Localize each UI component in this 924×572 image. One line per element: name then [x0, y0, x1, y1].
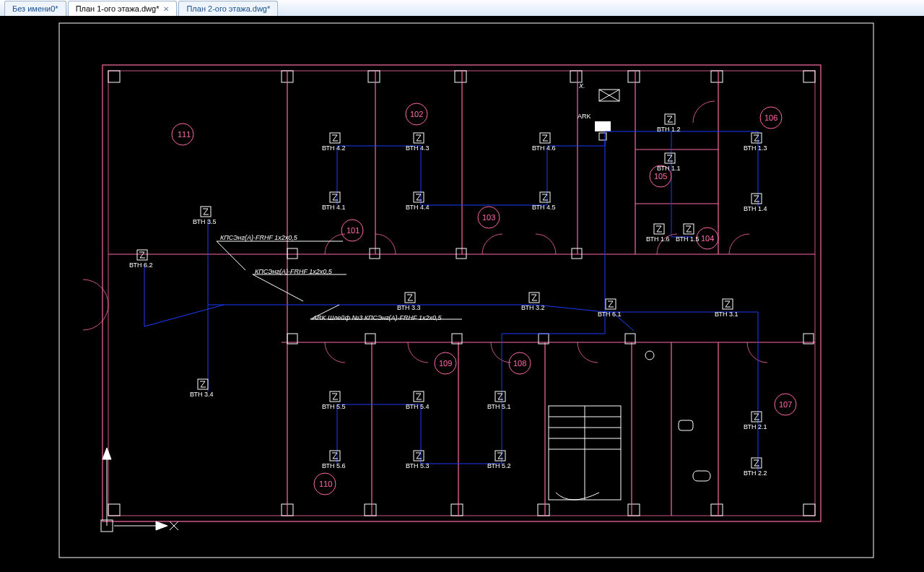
device-label: ВТН 5.4	[406, 403, 429, 410]
document-tabstrip: Без имени0* План 1-ого этажа.dwg* ✕ План…	[0, 0, 924, 17]
svg-rect-3	[803, 504, 815, 516]
svg-rect-50	[693, 471, 710, 481]
svg-rect-2	[108, 504, 120, 516]
device-ВТН4.1: ВТН 4.1	[322, 192, 345, 211]
device-ВТН5.6: ВТН 5.6	[322, 451, 345, 469]
corridor-marks	[287, 248, 814, 344]
room-103: 103	[478, 207, 500, 228]
svg-rect-5	[368, 71, 380, 82]
svg-rect-40	[456, 248, 466, 259]
svg-text:109: 109	[439, 359, 452, 368]
svg-text:108: 108	[513, 359, 526, 368]
svg-text:102: 102	[410, 110, 423, 118]
device-ВТН1.2: ВТН 1.2	[657, 114, 680, 133]
svg-rect-12	[451, 504, 463, 516]
svg-rect-54	[595, 121, 611, 131]
device-label: ВТН 1.4	[744, 205, 767, 212]
room-111: 111	[172, 124, 193, 145]
cable-note-2: КПСЭнг(А)-FRHF 1x2x0,5	[255, 268, 333, 275]
device-label: ВТН 1.2	[657, 126, 680, 133]
device-ВТН1.5: ВТН 1.5	[676, 224, 699, 243]
ark-label: ARK	[578, 113, 591, 120]
tab-plan-1[interactable]: План 1-ого этажа.dwg* ✕	[68, 1, 178, 16]
svg-marker-66	[156, 521, 167, 530]
device-label: ВТН 5.2	[487, 462, 510, 469]
svg-rect-13	[538, 504, 549, 516]
device-ВТН5.5: ВТН 5.5	[322, 391, 345, 410]
door-arcs	[83, 101, 767, 363]
room-110: 110	[314, 473, 336, 495]
cable-note-1: КПСЭнг(А)-FRHF 1x2x0,5	[220, 234, 298, 241]
room-102: 102	[406, 103, 427, 125]
svg-line-58	[253, 274, 303, 301]
room-104: 104	[697, 228, 718, 249]
device-label: ВТН 1.6	[646, 235, 669, 243]
device-label: ВТН 5.1	[487, 403, 510, 410]
device-label: ВТН 3.3	[397, 304, 420, 311]
device-ВТН4.4: ВТН 4.4	[406, 192, 429, 211]
svg-rect-8	[628, 71, 640, 82]
room-labels: 101 102 103 104 105 106 107 108 109 110 …	[172, 103, 796, 495]
device-ВТН4.3: ВТН 4.3	[406, 133, 429, 152]
device-label: ВТН 5.5	[322, 403, 345, 410]
svg-text:101: 101	[346, 226, 359, 235]
close-icon[interactable]: ✕	[163, 5, 169, 13]
tab-label: Без имени0*	[12, 4, 58, 13]
device-label: ВТН 1.1	[657, 165, 680, 172]
floor-plan-svg: ARK X. КПСЭнг(А)-FRHF 1x2x0,5 КПСЭнг(А)-…	[0, 16, 924, 572]
svg-text:106: 106	[764, 113, 777, 122]
paper-border	[59, 23, 873, 558]
svg-rect-11	[365, 504, 376, 516]
device-ВТН5.3: ВТН 5.3	[406, 451, 429, 469]
interior-walls	[108, 71, 815, 516]
room-101: 101	[341, 220, 363, 241]
svg-rect-6	[455, 71, 466, 82]
cable-leaders	[217, 241, 462, 319]
svg-rect-49	[679, 420, 693, 430]
svg-text:105: 105	[654, 172, 667, 181]
device-label: ВТН 2.1	[744, 423, 767, 430]
room-108: 108	[509, 352, 531, 374]
svg-text:107: 107	[779, 400, 792, 409]
svg-rect-41	[572, 248, 582, 259]
svg-rect-1	[803, 71, 815, 82]
svg-text:104: 104	[701, 234, 714, 243]
device-label: ВТН 4.1	[322, 204, 345, 211]
device-ВТН4.2: ВТН 4.2	[322, 133, 345, 152]
device-label: ВТН 5.6	[322, 462, 345, 469]
device-label: ВТН 6.2	[129, 261, 152, 269]
device-ВТН2.1: ВТН 2.1	[744, 412, 767, 430]
device-label: ВТН 5.3	[406, 462, 429, 469]
drawing-canvas[interactable]: ARK X. КПСЭнг(А)-FRHF 1x2x0,5 КПСЭнг(А)-…	[0, 16, 924, 572]
svg-text:103: 103	[482, 213, 495, 222]
svg-text:111: 111	[178, 130, 191, 139]
device-ВТН1.6: ВТН 1.6	[646, 224, 669, 243]
device-ВТН4.6: ВТН 4.6	[532, 133, 555, 152]
device-ВТН3.2: ВТН 3.2	[521, 292, 544, 311]
ucs-icon	[101, 448, 178, 532]
tab-label: План 2-ого этажа.dwg*	[186, 4, 270, 13]
device-ВТН6.1: ВТН 6.1	[598, 299, 621, 318]
device-label: ВТН 4.2	[322, 144, 345, 152]
device-label: ВТН 3.4	[190, 391, 213, 398]
room-109: 109	[435, 352, 456, 374]
svg-line-56	[217, 241, 245, 270]
x-label: X.	[578, 82, 585, 90]
device-label: ВТН 3.5	[193, 218, 216, 225]
svg-point-48	[645, 351, 654, 360]
svg-text:110: 110	[319, 480, 332, 488]
device-label: ВТН 6.1	[598, 311, 621, 318]
device-ВТН3.5: ВТН 3.5	[193, 207, 216, 225]
svg-rect-7	[570, 71, 582, 82]
device-ВТН5.2: ВТН 5.2	[487, 451, 510, 469]
device-label: ВТН 4.5	[532, 204, 555, 211]
device-ВТН3.4: ВТН 3.4	[190, 379, 213, 398]
tab-unnamed[interactable]: Без имени0*	[4, 1, 66, 16]
svg-rect-9	[711, 71, 723, 82]
tab-plan-2[interactable]: План 2-ого этажа.dwg*	[178, 1, 278, 16]
svg-rect-15	[711, 504, 723, 516]
wc-fixtures	[645, 351, 710, 481]
device-ВТН5.4: ВТН 5.4	[406, 391, 429, 410]
svg-rect-38	[287, 248, 297, 259]
device-label: ВТН 3.2	[521, 304, 544, 311]
